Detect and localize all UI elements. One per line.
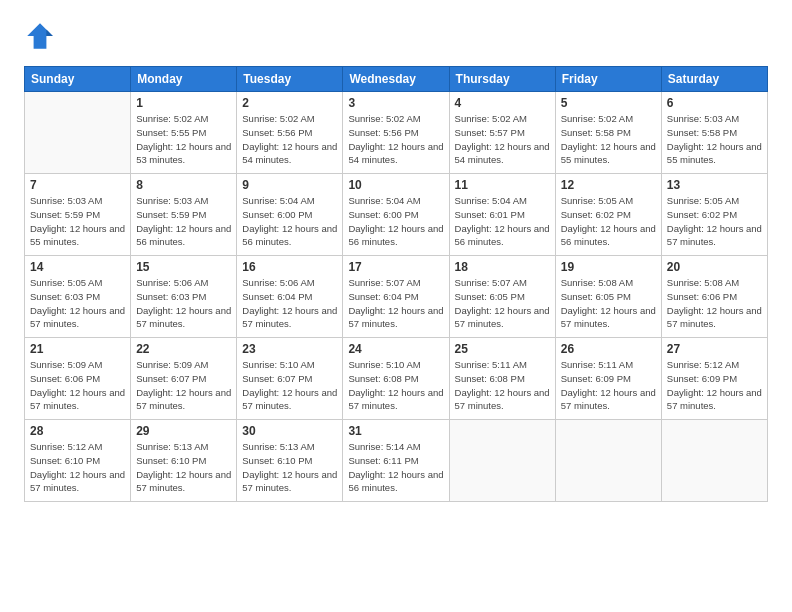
day-number: 23: [242, 342, 337, 356]
day-cell: 23 Sunrise: 5:10 AMSunset: 6:07 PMDaylig…: [237, 338, 343, 420]
day-cell: 15 Sunrise: 5:06 AMSunset: 6:03 PMDaylig…: [131, 256, 237, 338]
weekday-thursday: Thursday: [449, 67, 555, 92]
day-cell: 5 Sunrise: 5:02 AMSunset: 5:58 PMDayligh…: [555, 92, 661, 174]
day-cell: 16 Sunrise: 5:06 AMSunset: 6:04 PMDaylig…: [237, 256, 343, 338]
day-cell: 26 Sunrise: 5:11 AMSunset: 6:09 PMDaylig…: [555, 338, 661, 420]
day-info: Sunrise: 5:09 AMSunset: 6:06 PMDaylight:…: [30, 358, 125, 413]
day-cell: 9 Sunrise: 5:04 AMSunset: 6:00 PMDayligh…: [237, 174, 343, 256]
day-info: Sunrise: 5:11 AMSunset: 6:08 PMDaylight:…: [455, 358, 550, 413]
day-info: Sunrise: 5:12 AMSunset: 6:09 PMDaylight:…: [667, 358, 762, 413]
calendar: SundayMondayTuesdayWednesdayThursdayFrid…: [24, 66, 768, 502]
logo: [24, 20, 60, 52]
day-cell: 18 Sunrise: 5:07 AMSunset: 6:05 PMDaylig…: [449, 256, 555, 338]
day-info: Sunrise: 5:02 AMSunset: 5:58 PMDaylight:…: [561, 112, 656, 167]
day-cell: 28 Sunrise: 5:12 AMSunset: 6:10 PMDaylig…: [25, 420, 131, 502]
day-info: Sunrise: 5:12 AMSunset: 6:10 PMDaylight:…: [30, 440, 125, 495]
day-number: 2: [242, 96, 337, 110]
weekday-tuesday: Tuesday: [237, 67, 343, 92]
day-cell: 19 Sunrise: 5:08 AMSunset: 6:05 PMDaylig…: [555, 256, 661, 338]
day-number: 20: [667, 260, 762, 274]
day-number: 19: [561, 260, 656, 274]
day-cell: 2 Sunrise: 5:02 AMSunset: 5:56 PMDayligh…: [237, 92, 343, 174]
day-info: Sunrise: 5:02 AMSunset: 5:57 PMDaylight:…: [455, 112, 550, 167]
day-info: Sunrise: 5:10 AMSunset: 6:07 PMDaylight:…: [242, 358, 337, 413]
day-info: Sunrise: 5:06 AMSunset: 6:04 PMDaylight:…: [242, 276, 337, 331]
week-row-1: 1 Sunrise: 5:02 AMSunset: 5:55 PMDayligh…: [25, 92, 768, 174]
header: [24, 20, 768, 52]
day-number: 5: [561, 96, 656, 110]
day-cell: 25 Sunrise: 5:11 AMSunset: 6:08 PMDaylig…: [449, 338, 555, 420]
weekday-saturday: Saturday: [661, 67, 767, 92]
day-info: Sunrise: 5:04 AMSunset: 6:00 PMDaylight:…: [348, 194, 443, 249]
day-number: 29: [136, 424, 231, 438]
day-cell: 20 Sunrise: 5:08 AMSunset: 6:06 PMDaylig…: [661, 256, 767, 338]
day-cell: [449, 420, 555, 502]
day-info: Sunrise: 5:06 AMSunset: 6:03 PMDaylight:…: [136, 276, 231, 331]
day-cell: 14 Sunrise: 5:05 AMSunset: 6:03 PMDaylig…: [25, 256, 131, 338]
day-number: 8: [136, 178, 231, 192]
week-row-3: 14 Sunrise: 5:05 AMSunset: 6:03 PMDaylig…: [25, 256, 768, 338]
day-cell: 13 Sunrise: 5:05 AMSunset: 6:02 PMDaylig…: [661, 174, 767, 256]
day-cell: 11 Sunrise: 5:04 AMSunset: 6:01 PMDaylig…: [449, 174, 555, 256]
day-number: 18: [455, 260, 550, 274]
day-cell: 3 Sunrise: 5:02 AMSunset: 5:56 PMDayligh…: [343, 92, 449, 174]
day-info: Sunrise: 5:03 AMSunset: 5:59 PMDaylight:…: [136, 194, 231, 249]
day-number: 26: [561, 342, 656, 356]
week-row-4: 21 Sunrise: 5:09 AMSunset: 6:06 PMDaylig…: [25, 338, 768, 420]
day-cell: [555, 420, 661, 502]
day-info: Sunrise: 5:05 AMSunset: 6:03 PMDaylight:…: [30, 276, 125, 331]
day-number: 31: [348, 424, 443, 438]
day-cell: 17 Sunrise: 5:07 AMSunset: 6:04 PMDaylig…: [343, 256, 449, 338]
day-number: 16: [242, 260, 337, 274]
day-number: 6: [667, 96, 762, 110]
day-info: Sunrise: 5:04 AMSunset: 6:01 PMDaylight:…: [455, 194, 550, 249]
day-number: 10: [348, 178, 443, 192]
day-info: Sunrise: 5:02 AMSunset: 5:56 PMDaylight:…: [242, 112, 337, 167]
day-number: 22: [136, 342, 231, 356]
day-info: Sunrise: 5:14 AMSunset: 6:11 PMDaylight:…: [348, 440, 443, 495]
day-cell: 7 Sunrise: 5:03 AMSunset: 5:59 PMDayligh…: [25, 174, 131, 256]
weekday-header-row: SundayMondayTuesdayWednesdayThursdayFrid…: [25, 67, 768, 92]
day-info: Sunrise: 5:03 AMSunset: 5:58 PMDaylight:…: [667, 112, 762, 167]
day-number: 7: [30, 178, 125, 192]
day-number: 21: [30, 342, 125, 356]
day-cell: 21 Sunrise: 5:09 AMSunset: 6:06 PMDaylig…: [25, 338, 131, 420]
day-cell: 24 Sunrise: 5:10 AMSunset: 6:08 PMDaylig…: [343, 338, 449, 420]
day-info: Sunrise: 5:02 AMSunset: 5:55 PMDaylight:…: [136, 112, 231, 167]
day-number: 1: [136, 96, 231, 110]
logo-icon: [24, 20, 56, 52]
day-cell: 30 Sunrise: 5:13 AMSunset: 6:10 PMDaylig…: [237, 420, 343, 502]
day-number: 9: [242, 178, 337, 192]
day-info: Sunrise: 5:13 AMSunset: 6:10 PMDaylight:…: [136, 440, 231, 495]
day-number: 15: [136, 260, 231, 274]
day-cell: 12 Sunrise: 5:05 AMSunset: 6:02 PMDaylig…: [555, 174, 661, 256]
day-info: Sunrise: 5:03 AMSunset: 5:59 PMDaylight:…: [30, 194, 125, 249]
day-info: Sunrise: 5:07 AMSunset: 6:05 PMDaylight:…: [455, 276, 550, 331]
page: SundayMondayTuesdayWednesdayThursdayFrid…: [0, 0, 792, 522]
day-number: 14: [30, 260, 125, 274]
day-info: Sunrise: 5:05 AMSunset: 6:02 PMDaylight:…: [667, 194, 762, 249]
day-number: 12: [561, 178, 656, 192]
weekday-monday: Monday: [131, 67, 237, 92]
day-info: Sunrise: 5:08 AMSunset: 6:06 PMDaylight:…: [667, 276, 762, 331]
day-cell: 8 Sunrise: 5:03 AMSunset: 5:59 PMDayligh…: [131, 174, 237, 256]
day-cell: 22 Sunrise: 5:09 AMSunset: 6:07 PMDaylig…: [131, 338, 237, 420]
day-number: 24: [348, 342, 443, 356]
week-row-5: 28 Sunrise: 5:12 AMSunset: 6:10 PMDaylig…: [25, 420, 768, 502]
weekday-friday: Friday: [555, 67, 661, 92]
day-number: 30: [242, 424, 337, 438]
day-info: Sunrise: 5:08 AMSunset: 6:05 PMDaylight:…: [561, 276, 656, 331]
day-info: Sunrise: 5:07 AMSunset: 6:04 PMDaylight:…: [348, 276, 443, 331]
svg-marker-1: [46, 30, 52, 36]
day-number: 13: [667, 178, 762, 192]
day-info: Sunrise: 5:13 AMSunset: 6:10 PMDaylight:…: [242, 440, 337, 495]
day-cell: [661, 420, 767, 502]
day-cell: 29 Sunrise: 5:13 AMSunset: 6:10 PMDaylig…: [131, 420, 237, 502]
day-info: Sunrise: 5:10 AMSunset: 6:08 PMDaylight:…: [348, 358, 443, 413]
day-number: 25: [455, 342, 550, 356]
day-cell: 1 Sunrise: 5:02 AMSunset: 5:55 PMDayligh…: [131, 92, 237, 174]
weekday-sunday: Sunday: [25, 67, 131, 92]
day-cell: 31 Sunrise: 5:14 AMSunset: 6:11 PMDaylig…: [343, 420, 449, 502]
day-number: 3: [348, 96, 443, 110]
day-number: 27: [667, 342, 762, 356]
